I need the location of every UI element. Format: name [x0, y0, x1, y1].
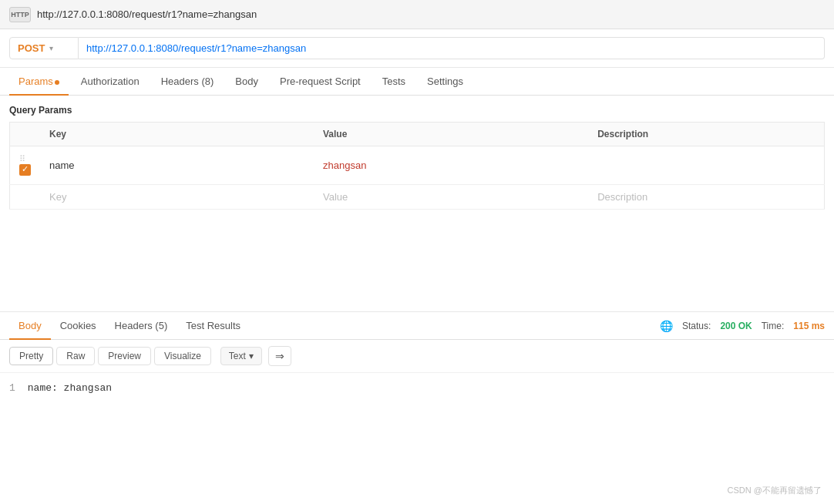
empty-value-cell[interactable]: Value — [314, 185, 588, 210]
line-number: 1 — [9, 382, 15, 394]
empty-desc-cell[interactable]: Description — [588, 185, 824, 210]
time-value: 115 ms — [793, 321, 825, 331]
status-value: 200 OK — [720, 321, 752, 331]
response-status: 🌐 Status: 200 OK Time: 115 ms — [660, 320, 825, 332]
wrap-button[interactable]: ⇒ — [268, 346, 291, 366]
response-toolbar: Pretty Raw Preview Visualize Text ▾ ⇒ — [0, 340, 834, 373]
row-value-cell[interactable]: zhangsan — [314, 146, 588, 185]
response-tab-body[interactable]: Body — [9, 312, 51, 339]
empty-key-cell[interactable]: Key — [40, 185, 314, 210]
visualize-button[interactable]: Visualize — [154, 347, 211, 365]
request-tabs-bar: Params Authorization Headers (8) Body Pr… — [0, 68, 834, 96]
row-handle-cell: ⠿ — [10, 146, 41, 185]
table-empty-row: Key Value Description — [10, 185, 825, 210]
text-format-dropdown[interactable]: Text ▾ — [220, 347, 262, 365]
response-content: 1 name: zhangsan — [0, 373, 834, 403]
method-label: POST — [18, 42, 45, 54]
params-table: Key Value Description ⠿ name zhangsan — [9, 122, 825, 210]
response-line-1: 1 name: zhangsan — [9, 382, 825, 394]
http-icon: HTTP — [9, 7, 31, 22]
response-tab-cookies[interactable]: Cookies — [51, 312, 106, 339]
watermark: CSDN @不能再留遗憾了 — [728, 485, 822, 496]
title-bar: HTTP http://127.0.0.1:8080/request/r1?na… — [0, 0, 834, 29]
tab-headers[interactable]: Headers (8) — [152, 68, 224, 95]
col-handle — [10, 123, 41, 146]
table-row: ⠿ name zhangsan — [10, 146, 825, 185]
tab-params[interactable]: Params — [9, 68, 69, 95]
tab-tests[interactable]: Tests — [373, 68, 415, 95]
raw-button[interactable]: Raw — [56, 347, 95, 365]
col-desc-header: Description — [588, 123, 824, 146]
response-text: name: zhangsan — [28, 382, 112, 394]
response-tab-test-results[interactable]: Test Results — [177, 312, 250, 339]
tab-body[interactable]: Body — [226, 68, 267, 95]
title-url: http://127.0.0.1:8080/request/r1?name=zh… — [37, 8, 257, 20]
text-format-label: Text — [229, 351, 246, 361]
pretty-button[interactable]: Pretty — [9, 347, 53, 365]
method-chevron-icon: ▾ — [49, 44, 53, 52]
query-params-title: Query Params — [9, 105, 825, 116]
spacer — [0, 219, 834, 311]
status-label: Status: — [682, 321, 711, 331]
globe-icon: 🌐 — [660, 320, 673, 332]
tab-pre-request-script[interactable]: Pre-request Script — [271, 68, 370, 95]
col-value-header: Value — [314, 123, 588, 146]
url-input[interactable] — [79, 37, 825, 59]
response-tabs-bar: Body Cookies Headers (5) Test Results 🌐 … — [0, 312, 834, 340]
method-select[interactable]: POST ▾ — [9, 37, 79, 59]
tab-settings[interactable]: Settings — [418, 68, 472, 95]
text-format-chevron-icon: ▾ — [249, 351, 254, 361]
tab-authorization[interactable]: Authorization — [72, 68, 149, 95]
col-key-header: Key — [40, 123, 314, 146]
preview-button[interactable]: Preview — [98, 347, 151, 365]
row-desc-cell[interactable] — [588, 146, 824, 185]
row-checkbox[interactable] — [19, 164, 31, 176]
params-dot — [55, 80, 59, 85]
query-params-section: Query Params Key Value Description ⠿ nam — [0, 96, 834, 219]
wrap-icon: ⇒ — [275, 350, 284, 362]
drag-handle-icon: ⠿ — [19, 154, 25, 163]
response-tab-headers[interactable]: Headers (5) — [106, 312, 177, 339]
empty-handle-cell — [10, 185, 41, 210]
request-bar: POST ▾ — [0, 29, 834, 68]
time-label: Time: — [762, 321, 785, 331]
row-key-cell[interactable]: name — [40, 146, 314, 185]
